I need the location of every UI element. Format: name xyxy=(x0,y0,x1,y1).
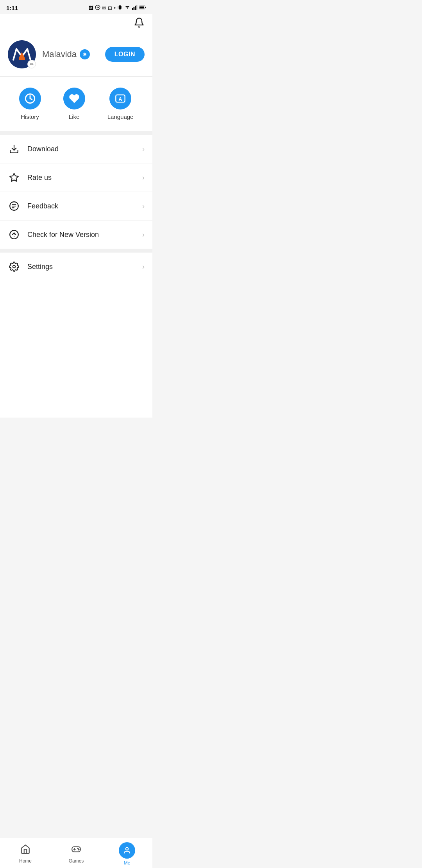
like-label: Like xyxy=(69,113,80,120)
verified-badge xyxy=(80,49,90,59)
history-icon-circle xyxy=(19,88,41,109)
svg-text:A: A xyxy=(118,96,122,102)
action-item-history[interactable]: History xyxy=(19,88,41,120)
section-gap-1 xyxy=(0,131,152,135)
menu-item-rate-us[interactable]: Rate us › xyxy=(0,163,152,192)
svg-rect-3 xyxy=(134,7,135,10)
section-gap-2 xyxy=(0,249,152,253)
settings-label: Settings xyxy=(27,263,135,271)
language-icon: A xyxy=(115,93,126,104)
history-icon xyxy=(25,93,36,104)
action-item-language[interactable]: A Language xyxy=(107,88,134,120)
language-label: Language xyxy=(107,113,134,120)
battery-icon xyxy=(139,5,146,11)
bottom-spacer xyxy=(0,367,152,418)
new-version-label: Check for New Version xyxy=(27,231,135,239)
rate-us-chevron: › xyxy=(142,174,145,182)
feedback-chevron: › xyxy=(142,202,145,210)
signal-icon xyxy=(132,5,138,11)
download-icon xyxy=(8,143,20,155)
menu-section-main: Download › Rate us › Feedback › xyxy=(0,135,152,249)
avatar-edit-button[interactable]: ✏ xyxy=(27,60,36,68)
quick-actions-row: History Like A Language xyxy=(0,77,152,131)
empty-space xyxy=(0,281,152,367)
svg-marker-13 xyxy=(10,173,18,181)
new-version-icon xyxy=(8,228,20,241)
rate-us-label: Rate us xyxy=(27,174,135,182)
action-item-like[interactable]: Like xyxy=(63,88,85,120)
download-label: Download xyxy=(27,145,135,153)
history-label: History xyxy=(21,113,39,120)
login-button[interactable]: LOGIN xyxy=(105,47,145,62)
feedback-icon xyxy=(8,200,20,212)
svg-rect-1 xyxy=(119,5,121,9)
settings-chevron: › xyxy=(142,263,145,271)
new-version-chevron: › xyxy=(142,231,145,239)
svg-rect-4 xyxy=(135,5,136,10)
download-chevron: › xyxy=(142,145,145,153)
photo-icon: 🖼 xyxy=(88,5,93,11)
star-icon xyxy=(8,171,20,184)
wifi-icon xyxy=(124,5,131,11)
menu-section-settings: Settings › xyxy=(0,253,152,281)
status-bar: 1:11 🖼 ✉ ⊡ • xyxy=(0,0,152,14)
like-icon-circle xyxy=(63,88,85,109)
status-time: 1:11 xyxy=(6,5,18,11)
menu-item-feedback[interactable]: Feedback › xyxy=(0,192,152,221)
menu-item-new-version[interactable]: Check for New Version › xyxy=(0,221,152,249)
menu-item-settings[interactable]: Settings › xyxy=(0,253,152,281)
feedback-label: Feedback xyxy=(27,202,135,210)
dot-icon: • xyxy=(114,5,116,11)
notification-bar xyxy=(0,14,152,34)
profile-section: ✏ Malavida LOGIN xyxy=(0,34,152,76)
like-icon xyxy=(69,93,80,104)
avatar-container: ✏ xyxy=(8,40,36,68)
whatsapp-icon xyxy=(95,5,100,11)
screen-record-icon: ⊡ xyxy=(108,5,112,11)
svg-rect-7 xyxy=(139,6,144,8)
menu-item-download[interactable]: Download › xyxy=(0,135,152,163)
profile-name-row: Malavida xyxy=(42,49,99,59)
profile-name: Malavida xyxy=(42,49,77,59)
vibrate-icon xyxy=(117,5,123,11)
svg-point-20 xyxy=(13,265,16,268)
settings-icon xyxy=(8,260,20,273)
language-icon-circle: A xyxy=(109,88,131,109)
status-icons: 🖼 ✉ ⊡ • xyxy=(88,5,146,11)
svg-rect-5 xyxy=(136,5,138,10)
mail-icon: ✉ xyxy=(102,5,106,11)
bell-icon[interactable] xyxy=(134,17,145,31)
svg-rect-2 xyxy=(132,8,133,10)
